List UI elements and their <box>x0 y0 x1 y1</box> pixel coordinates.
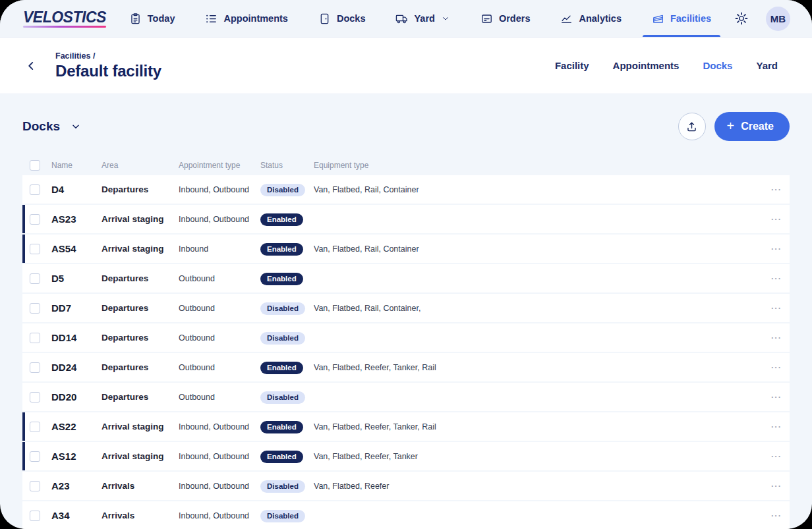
row-checkbox[interactable] <box>30 422 40 432</box>
dock-door-icon <box>318 13 331 25</box>
row-checkbox[interactable] <box>30 244 40 254</box>
row-checkbox[interactable] <box>30 303 40 314</box>
dock-area: Arrival staging <box>102 422 179 432</box>
row-menu-button[interactable]: ··· <box>758 303 790 313</box>
create-button[interactable]: + Create <box>714 112 790 141</box>
dock-name: DD14 <box>51 332 102 343</box>
table-row[interactable]: D4 Departures Inbound, Outbound Disabled… <box>22 175 790 204</box>
dock-name: AS23 <box>51 213 102 225</box>
nav-item-today[interactable]: Today <box>129 0 175 37</box>
page-title: Default facility <box>55 62 161 80</box>
settings-gear-icon[interactable] <box>734 11 749 26</box>
export-button[interactable] <box>678 113 706 140</box>
dock-name: DD20 <box>51 391 102 403</box>
row-menu-button[interactable]: ··· <box>758 481 790 491</box>
tab-docks[interactable]: Docks <box>703 60 732 71</box>
nav-item-docks[interactable]: Docks <box>318 0 366 37</box>
row-menu-button[interactable]: ··· <box>758 451 790 461</box>
row-menu-button[interactable]: ··· <box>758 273 790 283</box>
nav-item-label: Docks <box>337 13 366 24</box>
back-button[interactable] <box>24 59 38 73</box>
status-badge: Enabled <box>260 273 303 285</box>
status-badge: Disabled <box>260 510 305 522</box>
nav-item-appointments[interactable]: Appointments <box>205 0 287 37</box>
row-checkbox[interactable] <box>30 214 40 225</box>
nav-item-facilities[interactable]: Facilities <box>652 0 711 37</box>
tab-yard[interactable]: Yard <box>756 60 778 71</box>
tab-appointments[interactable]: Appointments <box>613 60 680 71</box>
tab-facility[interactable]: Facility <box>555 60 589 71</box>
dock-appointment-type: Inbound, Outbound <box>179 215 260 224</box>
dock-area: Departures <box>102 303 179 313</box>
orders-box-icon <box>480 13 493 25</box>
status-badge: Enabled <box>260 421 303 433</box>
dock-area: Departures <box>102 392 179 402</box>
table-row[interactable]: A34 Arrivals Inbound, Outbound Disabled … <box>22 501 790 529</box>
table-row[interactable]: AS23 Arrival staging Inbound, Outbound E… <box>22 205 790 233</box>
column-header-equipment-type: Equipment type <box>314 161 758 170</box>
row-menu-button[interactable]: ··· <box>758 333 790 343</box>
facility-tabs: Facility Appointments Docks Yard <box>555 60 778 71</box>
logo-text: VELOSTICS <box>23 9 106 25</box>
dock-area: Departures <box>102 333 179 343</box>
status-badge: Disabled <box>260 391 305 404</box>
row-checkbox[interactable] <box>30 392 40 403</box>
table-row[interactable]: DD14 Departures Outbound Disabled ··· <box>22 323 790 352</box>
row-checkbox[interactable] <box>30 481 40 491</box>
plus-icon: + <box>727 119 735 132</box>
dock-appointment-type: Inbound <box>179 244 260 254</box>
column-header-name: Name <box>51 161 102 170</box>
row-checkbox[interactable] <box>30 333 40 343</box>
nav-menu: Today Appointments Docks Yard Orders <box>129 0 711 37</box>
table-row[interactable]: DD24 Departures Outbound Enabled Van, Fl… <box>22 353 790 381</box>
row-menu-button[interactable]: ··· <box>758 214 790 224</box>
user-avatar[interactable]: MB <box>766 7 790 31</box>
dock-name: D4 <box>51 184 102 195</box>
row-menu-button[interactable]: ··· <box>758 422 790 432</box>
row-menu-button[interactable]: ··· <box>758 511 790 520</box>
breadcrumb[interactable]: Facilities / <box>55 51 161 61</box>
row-menu-button[interactable]: ··· <box>758 392 790 402</box>
dock-name: A34 <box>51 510 102 521</box>
status-badge: Disabled <box>260 302 305 315</box>
dock-name: A23 <box>51 480 102 491</box>
table-row[interactable]: AS22 Arrival staging Inbound, Outbound E… <box>22 412 790 441</box>
velostics-logo[interactable]: VELOSTICS <box>23 9 106 28</box>
row-checkbox[interactable] <box>30 511 40 521</box>
table-row[interactable]: A23 Arrivals Inbound, Outbound Disabled … <box>22 472 790 500</box>
row-menu-button[interactable]: ··· <box>758 244 790 254</box>
dock-equipment-type: Van, Flatbed, Rail, Container <box>314 185 758 194</box>
dock-appointment-type: Outbound <box>179 333 260 343</box>
app-window: VELOSTICS Today Appointments Docks Yard <box>0 0 812 529</box>
nav-item-yard[interactable]: Yard <box>395 0 450 37</box>
row-checkbox[interactable] <box>30 273 40 284</box>
dock-appointment-type: Outbound <box>179 274 260 283</box>
row-checkbox[interactable] <box>30 184 40 195</box>
column-header-status: Status <box>260 161 314 170</box>
dock-equipment-type: Van, Flatbed, Rail, Container <box>314 244 758 254</box>
clipboard-icon <box>129 13 142 25</box>
table-row[interactable]: D5 Departures Outbound Enabled ··· <box>22 264 790 292</box>
table-row[interactable]: AS12 Arrival staging Inbound, Outbound E… <box>22 442 790 470</box>
dock-appointment-type: Inbound, Outbound <box>179 452 260 461</box>
dock-appointment-type: Outbound <box>179 363 260 372</box>
table-row[interactable]: DD20 Departures Outbound Disabled ··· <box>22 383 790 411</box>
row-checkbox[interactable] <box>30 362 40 373</box>
title-block: Facilities / Default facility <box>55 51 161 80</box>
table-row[interactable]: DD7 Departures Outbound Disabled Van, Fl… <box>22 294 790 322</box>
row-menu-button[interactable]: ··· <box>758 362 790 372</box>
row-menu-button[interactable]: ··· <box>758 184 790 194</box>
dock-area: Departures <box>102 362 179 372</box>
nav-item-label: Appointments <box>223 13 287 24</box>
row-checkbox[interactable] <box>30 451 40 462</box>
nav-item-orders[interactable]: Orders <box>480 0 531 37</box>
column-header-area: Area <box>102 161 179 170</box>
chevron-down-icon <box>441 14 450 23</box>
select-all-checkbox[interactable] <box>30 160 40 171</box>
nav-item-label: Today <box>148 13 175 24</box>
nav-item-analytics[interactable]: Analytics <box>560 0 621 37</box>
docks-view-selector[interactable]: Docks <box>22 119 81 134</box>
dock-area: Arrival staging <box>102 451 179 461</box>
table-row[interactable]: AS54 Arrival staging Inbound Enabled Van… <box>22 235 790 263</box>
status-badge: Enabled <box>260 451 303 463</box>
